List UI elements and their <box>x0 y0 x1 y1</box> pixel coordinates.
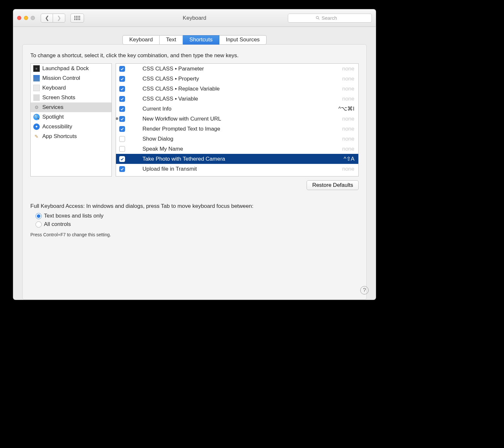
radio-all-controls[interactable]: All controls <box>36 221 359 228</box>
shortcut-label: Render Prompted Text to Image <box>142 126 342 132</box>
category-list[interactable]: ≡ Launchpad & Dock Mission Control Keybo… <box>30 63 112 176</box>
tab-bar: Keyboard Text Shortcuts Input Sources <box>22 35 367 45</box>
shortcut-label: New Workflow with Current URL <box>142 116 342 122</box>
shortcut-label: Current Info <box>142 106 338 112</box>
shortcut-key[interactable]: none <box>342 66 354 72</box>
shortcut-checkbox[interactable] <box>119 86 125 92</box>
shortcut-row[interactable]: New Workflow with Current URLnone <box>116 114 358 124</box>
shortcut-checkbox[interactable] <box>119 96 125 102</box>
launchpad-icon: ≡ <box>33 65 40 72</box>
shortcut-label: CSS CLASS • Replace Variable <box>142 86 342 92</box>
minimize-button[interactable] <box>24 16 28 20</box>
zoom-button[interactable] <box>31 16 35 20</box>
shortcut-key[interactable]: ^⌥⌘I <box>338 105 354 112</box>
fka-radio-group: Text boxes and lists only All controls <box>36 213 359 228</box>
shortcut-row[interactable]: Show Dialognone <box>116 134 358 144</box>
restore-row: Restore Defaults <box>30 180 359 190</box>
svg-point-0 <box>316 16 318 19</box>
tab-keyboard[interactable]: Keyboard <box>122 35 160 45</box>
shortcut-key[interactable]: none <box>342 96 354 102</box>
sidebar-item-label: Launchpad & Dock <box>42 65 89 72</box>
shortcut-key[interactable]: none <box>342 116 354 122</box>
chevron-right-icon: ❯ <box>57 15 61 21</box>
shortcut-key[interactable]: none <box>342 76 354 82</box>
shortcut-checkbox[interactable] <box>119 146 125 152</box>
radio-text-boxes-only[interactable]: Text boxes and lists only <box>36 213 359 219</box>
shortcut-row[interactable]: CSS CLASS • Propertynone <box>116 74 358 84</box>
shortcut-label: Speak My Name <box>142 146 342 152</box>
shortcut-checkbox[interactable] <box>119 136 125 142</box>
shortcut-row[interactable]: CSS CLASS • Variablenone <box>116 94 358 104</box>
sidebar-item-label: App Shortcuts <box>42 133 77 140</box>
shortcut-row[interactable]: Current Info^⌥⌘I <box>116 104 358 114</box>
help-button[interactable]: ? <box>360 286 369 294</box>
shortcut-key[interactable]: none <box>342 146 354 152</box>
shortcut-label: Take Photo with Tethered Camera <box>142 156 344 162</box>
close-button[interactable] <box>17 16 21 20</box>
shortcut-checkbox[interactable] <box>119 106 125 112</box>
sidebar-item-label: Services <box>42 104 63 111</box>
mission-control-icon <box>33 75 40 81</box>
full-keyboard-access-text: Full Keyboard Access: In windows and dia… <box>30 203 359 209</box>
tab-text[interactable]: Text <box>160 35 183 45</box>
shortcut-checkbox[interactable] <box>119 116 125 122</box>
shortcut-row[interactable]: Upload file in Transmitnone <box>116 164 358 174</box>
radio-indicator <box>36 213 42 219</box>
radio-indicator <box>36 221 42 228</box>
sidebar-item-accessibility[interactable]: ✦ Accessibility <box>31 122 111 132</box>
sidebar-item-screen-shots[interactable]: Screen Shots <box>31 93 111 102</box>
traffic-lights <box>17 16 35 20</box>
shortcut-key[interactable]: none <box>342 86 354 92</box>
prefs-window: ❮ ❯ Keyboard Keyboard Text Shortcuts Inp… <box>13 9 376 300</box>
accessibility-icon: ✦ <box>33 123 40 130</box>
radio-label: Text boxes and lists only <box>44 213 103 219</box>
spotlight-icon: 🔍 <box>33 114 40 120</box>
sidebar-item-launchpad[interactable]: ≡ Launchpad & Dock <box>31 64 111 73</box>
search-field[interactable] <box>288 14 372 23</box>
shortcut-label: CSS CLASS • Variable <box>142 96 342 102</box>
keyboard-icon <box>33 85 40 91</box>
shortcuts-list[interactable]: CSS CLASS • ParameternoneCSS CLASS • Pro… <box>116 63 359 176</box>
shortcut-checkbox[interactable] <box>119 76 125 82</box>
gear-icon: ⚙ <box>33 104 40 111</box>
search-icon <box>316 16 320 20</box>
split-view: ≡ Launchpad & Dock Mission Control Keybo… <box>30 63 359 176</box>
shortcut-key[interactable]: none <box>342 136 354 142</box>
sidebar-item-label: Keyboard <box>42 85 66 91</box>
back-button[interactable]: ❮ <box>41 14 53 23</box>
sidebar-item-mission-control[interactable]: Mission Control <box>31 73 111 83</box>
camera-icon <box>33 94 40 101</box>
tab-shortcuts[interactable]: Shortcuts <box>183 35 219 45</box>
forward-button[interactable]: ❯ <box>53 14 65 23</box>
shortcut-key[interactable]: none <box>342 126 354 132</box>
sidebar-item-label: Accessibility <box>42 123 72 130</box>
shortcuts-panel: To change a shortcut, select it, click t… <box>22 44 367 300</box>
shortcut-row[interactable]: Speak My Namenone <box>116 144 358 154</box>
shortcut-row[interactable]: Take Photo with Tethered Camera^⇧A <box>116 154 358 164</box>
sidebar-item-keyboard[interactable]: Keyboard <box>31 83 111 93</box>
shortcut-key[interactable]: none <box>342 166 354 172</box>
shortcut-row[interactable]: CSS CLASS • Parameternone <box>116 64 358 74</box>
radio-label: All controls <box>44 221 71 228</box>
instruction-text: To change a shortcut, select it, click t… <box>30 52 359 59</box>
shortcut-key[interactable]: ^⇧A <box>344 155 354 162</box>
shortcut-checkbox[interactable] <box>119 156 125 162</box>
app-shortcuts-icon: ✎ <box>33 133 40 140</box>
sidebar-item-app-shortcuts[interactable]: ✎ App Shortcuts <box>31 132 111 141</box>
show-all-button[interactable] <box>70 14 84 23</box>
sidebar-item-spotlight[interactable]: 🔍 Spotlight <box>31 112 111 122</box>
split-handle[interactable] <box>116 117 118 120</box>
shortcut-row[interactable]: CSS CLASS • Replace Variablenone <box>116 84 358 94</box>
shortcut-row[interactable]: Render Prompted Text to Imagenone <box>116 124 358 134</box>
nav-buttons: ❮ ❯ <box>41 14 65 23</box>
search-input[interactable] <box>322 15 344 21</box>
restore-defaults-button[interactable]: Restore Defaults <box>307 180 359 190</box>
sidebar-item-services[interactable]: ⚙ Services <box>31 102 111 112</box>
sidebar-item-label: Spotlight <box>42 114 64 120</box>
tab-input-sources[interactable]: Input Sources <box>219 35 267 45</box>
shortcut-checkbox[interactable] <box>119 166 125 172</box>
shortcut-checkbox[interactable] <box>119 126 125 132</box>
shortcut-label: CSS CLASS • Property <box>142 76 342 82</box>
sidebar-item-label: Mission Control <box>42 75 80 81</box>
shortcut-checkbox[interactable] <box>119 66 125 72</box>
